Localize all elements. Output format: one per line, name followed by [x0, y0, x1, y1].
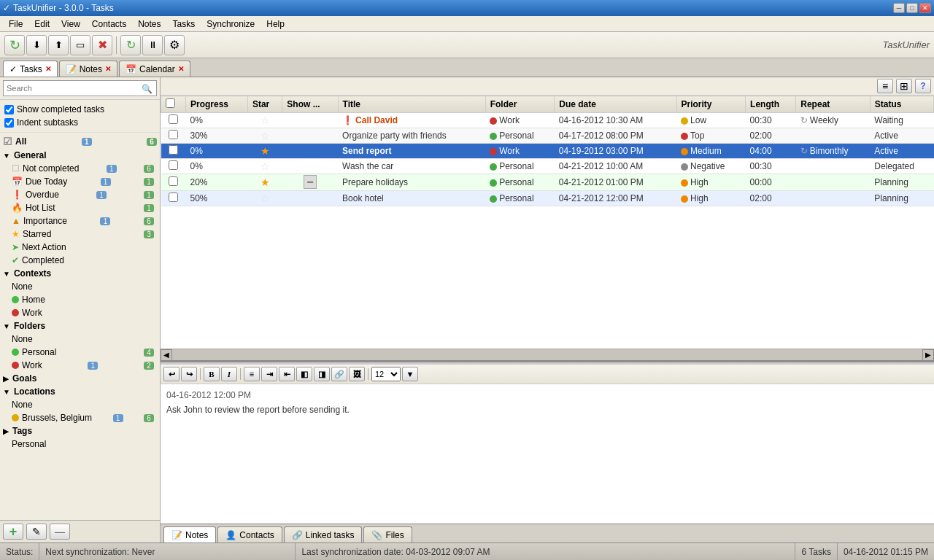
nav-next-action[interactable]: ➤ Next Action	[0, 241, 160, 254]
hscroll-right[interactable]: ▶	[922, 349, 934, 361]
nav-loc-none[interactable]: None	[0, 398, 160, 411]
tasks-tab-close[interactable]: ✕	[45, 65, 51, 73]
col-due-date[interactable]: Due date	[555, 96, 676, 113]
bold-button[interactable]: B	[204, 367, 220, 381]
ntab-files[interactable]: 📎 Files	[363, 526, 412, 542]
edit-button[interactable]: ✎	[26, 524, 47, 540]
italic-button[interactable]: I	[221, 367, 237, 381]
link-button[interactable]: 🔗	[331, 367, 347, 381]
hscroll-track[interactable]	[172, 349, 922, 360]
nav-goals-header[interactable]: ▶ Goals	[0, 372, 160, 385]
nav-not-completed[interactable]: ☐ Not completed 1 6	[0, 162, 160, 175]
nav-folder-none[interactable]: None	[0, 332, 160, 346]
nav-general-header[interactable]: ▼ General	[0, 149, 160, 162]
nav-folder-work[interactable]: Work 1 2	[0, 359, 160, 372]
nav-loc-brussels[interactable]: Brussels, Belgium 1 6	[0, 411, 160, 424]
task-completed-checkbox[interactable]	[169, 145, 178, 155]
col-title[interactable]: Title	[338, 96, 485, 113]
image-button[interactable]: 🖼	[349, 367, 365, 381]
task-star-cell[interactable]: ☆	[247, 113, 282, 128]
table-row[interactable]: 30%☆Organize party with friendsPersonal0…	[161, 128, 934, 144]
ntab-linked-tasks[interactable]: 🔗 Linked tasks	[284, 526, 363, 542]
col-status[interactable]: Status	[870, 96, 933, 113]
table-row[interactable]: 0%★Send reportWork04-19-2012 03:00 PMMed…	[161, 144, 934, 159]
font-size-select[interactable]: 1210141618	[371, 367, 401, 381]
table-row[interactable]: 20%★−Prepare holidaysPersonal04-21-2012 …	[161, 174, 934, 191]
maximize-button[interactable]: □	[906, 3, 918, 13]
tab-notes[interactable]: 📝 Notes ✕	[59, 61, 117, 77]
menu-view[interactable]: View	[55, 18, 86, 31]
notes-tab-close[interactable]: ✕	[105, 65, 111, 73]
task-star-cell[interactable]: ★	[247, 174, 282, 191]
task-completed-checkbox[interactable]	[169, 176, 178, 186]
nav-ctx-home[interactable]: Home	[0, 293, 160, 306]
task-star-cell[interactable]: ☆	[247, 128, 282, 144]
task-completed-checkbox[interactable]	[169, 160, 178, 170]
nav-completed[interactable]: ✔ Completed	[0, 254, 160, 267]
grid-btn-1[interactable]: ≡	[877, 79, 893, 93]
col-completed-checkbox[interactable]	[166, 98, 175, 108]
col-repeat[interactable]: Repeat	[796, 96, 870, 113]
outdent-list-button[interactable]: ⇤	[279, 367, 295, 381]
task-completed-checkbox[interactable]	[169, 192, 178, 202]
new-button[interactable]: ↻	[4, 35, 25, 55]
sync-button[interactable]: ↻	[120, 35, 141, 55]
nav-folders-header[interactable]: ▼ Folders	[0, 319, 160, 332]
list-button[interactable]: ≡	[244, 367, 260, 381]
menu-edit[interactable]: Edit	[28, 18, 55, 31]
hscroll-left[interactable]: ◀	[161, 349, 172, 361]
indent-button[interactable]: ⬇	[26, 35, 47, 55]
col-priority[interactable]: Priority	[676, 96, 746, 113]
indent-subtasks-checkbox[interactable]	[4, 118, 14, 128]
nav-ctx-work[interactable]: Work	[0, 306, 160, 319]
nav-tag-personal[interactable]: Personal	[0, 438, 160, 451]
col-progress[interactable]: Progress	[185, 96, 247, 113]
align-right-button[interactable]: ◨	[314, 367, 330, 381]
add-button[interactable]: +	[3, 524, 23, 540]
menu-synchronize[interactable]: Synchronize	[201, 18, 260, 31]
nav-locations-header[interactable]: ▼ Locations	[0, 385, 160, 398]
table-row[interactable]: 0%☆Wash the carPersonal04-21-2012 10:00 …	[161, 159, 934, 174]
menu-notes[interactable]: Notes	[132, 18, 166, 31]
table-row[interactable]: 0%☆❗Call DavidWork04-16-2012 10:30 AMLow…	[161, 113, 934, 128]
pause-button[interactable]: ⏸	[142, 35, 163, 55]
noborder-button[interactable]: ▭	[70, 35, 90, 55]
nav-all[interactable]: ☑ All 1 6	[0, 134, 160, 149]
close-button[interactable]: ✕	[919, 3, 931, 13]
nav-ctx-none[interactable]: None	[0, 280, 160, 293]
task-star-cell[interactable]: ☆	[247, 191, 282, 206]
task-completed-checkbox[interactable]	[169, 130, 178, 139]
table-row[interactable]: 50%☆Book hotelPersonal04-21-2012 12:00 P…	[161, 191, 934, 206]
task-completed-checkbox[interactable]	[169, 114, 178, 124]
menu-tasks[interactable]: Tasks	[167, 18, 201, 31]
nav-contexts-header[interactable]: ▼ Contexts	[0, 267, 160, 280]
align-left-button[interactable]: ◧	[296, 367, 312, 381]
menu-help[interactable]: Help	[260, 18, 290, 31]
remove-button[interactable]: —	[50, 524, 70, 540]
nav-importance[interactable]: ▲ Importance 1 6	[0, 214, 160, 228]
show-completed-checkbox[interactable]	[4, 105, 14, 114]
col-star[interactable]: Star	[247, 96, 282, 113]
indent-list-button[interactable]: ⇥	[261, 367, 277, 381]
nav-tags-header[interactable]: ▶ Tags	[0, 424, 160, 438]
horizontal-scrollbar[interactable]: ◀ ▶	[161, 349, 934, 360]
menu-contacts[interactable]: Contacts	[86, 18, 132, 31]
col-completed[interactable]	[161, 96, 186, 113]
delete-button[interactable]: ✖	[92, 35, 112, 55]
grid-btn-2[interactable]: ⊞	[896, 79, 912, 93]
col-show[interactable]: Show ...	[282, 96, 338, 113]
grid-help-btn[interactable]: ?	[915, 79, 931, 93]
task-star-cell[interactable]: ★	[247, 144, 282, 159]
col-length[interactable]: Length	[746, 96, 796, 113]
tab-tasks[interactable]: ✓ Tasks ✕	[3, 61, 58, 77]
nav-overdue[interactable]: ❗ Overdue 1 1	[0, 188, 160, 201]
ntab-notes[interactable]: 📝 Notes	[163, 526, 216, 542]
settings-button[interactable]: ⚙	[164, 35, 185, 55]
undo-button[interactable]: ↩	[163, 367, 180, 381]
minimize-button[interactable]: ─	[893, 3, 905, 13]
nav-folder-personal[interactable]: Personal 4	[0, 346, 160, 359]
ntab-contacts[interactable]: 👤 Contacts	[217, 526, 282, 542]
redo-button[interactable]: ↪	[181, 367, 197, 381]
col-folder[interactable]: Folder	[485, 96, 555, 113]
nav-hot-list[interactable]: 🔥 Hot List 1	[0, 201, 160, 214]
